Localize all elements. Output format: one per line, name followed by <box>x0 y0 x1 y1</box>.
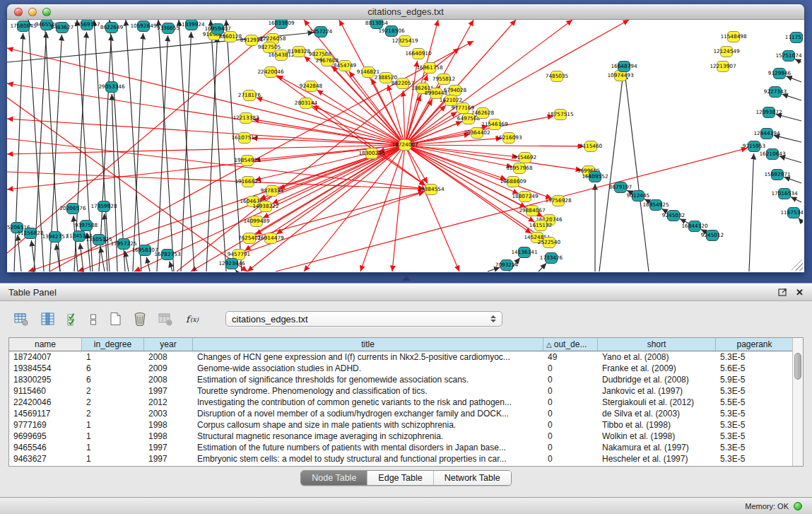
column-header-year[interactable]: year <box>144 338 193 351</box>
table-cell-name[interactable]: 14569117 <box>9 408 82 419</box>
graph-node[interactable]: 18807249 <box>512 192 538 202</box>
graph-node[interactable]: 12325419 <box>392 36 418 47</box>
graph-node[interactable]: 29053346 <box>98 82 124 93</box>
graph-node[interactable]: 16033809 <box>268 20 294 29</box>
graph-node[interactable]: 9397588 <box>75 221 98 231</box>
table-row[interactable]: 1830029562008Estimation of significance … <box>9 374 792 385</box>
table-cell-short[interactable]: Jankovic et al. (1997) <box>598 385 716 397</box>
table-cell-in_degree[interactable]: 2 <box>82 397 144 408</box>
table-cell-in_degree[interactable]: 1 <box>82 442 144 453</box>
table-cell-short[interactable]: Wolkin et al. (1998) <box>598 431 716 442</box>
tab-network-table[interactable]: Network Table <box>433 471 511 485</box>
column-header-name[interactable]: name <box>9 338 82 351</box>
table-cell-short[interactable]: Hescheler et al. (1997) <box>598 453 716 465</box>
table-cell-pagerank[interactable]: 5.3E-5 <box>716 442 794 453</box>
table-cell-name[interactable]: 9699695 <box>9 431 82 442</box>
table-cell-out_de[interactable]: 0 <box>543 453 598 465</box>
graph-node[interactable]: 13942757 <box>42 232 68 243</box>
graph-node[interactable]: 7093214 <box>495 260 519 271</box>
table-cell-pagerank[interactable]: 5.5E-5 <box>716 397 794 408</box>
table-row[interactable]: 946362711997Embryonic stem cells: a mode… <box>9 453 792 465</box>
graph-node[interactable]: 20364402 <box>464 128 490 139</box>
graph-node[interactable]: 15692971 <box>764 170 790 180</box>
column-header-short[interactable]: short <box>598 338 716 351</box>
table-cell-year[interactable]: 1998 <box>144 431 193 442</box>
table-cell-short[interactable]: Yano et al. (2008) <box>598 351 716 363</box>
table-cell-title[interactable]: Genome-wide association studies in ADHD. <box>193 363 543 374</box>
table-cell-out_de[interactable]: 0 <box>543 397 598 408</box>
tab-edge-table[interactable]: Edge Table <box>367 471 433 485</box>
table-cell-in_degree[interactable]: 1 <box>82 351 144 363</box>
table-cell-out_de[interactable]: 0 <box>543 442 598 453</box>
network-canvas[interactable]: 1872400718300295193845542718176122133831… <box>7 20 804 272</box>
column-header-pagerank[interactable]: pagerank <box>716 338 794 351</box>
graph-node[interactable]: 19756928 <box>545 196 571 206</box>
graph-node[interactable]: 17580645 <box>10 21 36 32</box>
table-cell-pagerank[interactable]: 5.3E-5 <box>716 419 794 431</box>
table-cell-title[interactable]: Tourette syndrome. Phenomenology and cla… <box>193 385 543 397</box>
table-cell-year[interactable]: 2012 <box>144 397 193 408</box>
select-all-check-icon[interactable] <box>66 311 79 327</box>
graph-node[interactable]: 17359928 <box>90 201 117 212</box>
graph-node[interactable]: 19218506 <box>378 26 404 37</box>
graph-node[interactable]: 11156828 <box>17 228 43 239</box>
graph-node[interactable]: 14099489 <box>243 216 269 227</box>
panel-splitter[interactable] <box>0 273 812 283</box>
graph-node[interactable]: 9227343 <box>764 87 787 98</box>
graph-node[interactable]: 10592649 <box>130 21 156 32</box>
close-panel-icon[interactable]: ✕ <box>796 287 804 298</box>
table-cell-short[interactable]: Tibbo et al. (1998) <box>598 419 716 431</box>
graph-node[interactable]: 11675345 <box>780 208 803 218</box>
table-cell-in_degree[interactable]: 1 <box>82 453 144 465</box>
new-file-icon[interactable] <box>107 310 123 327</box>
table-cell-short[interactable]: Dudbridge et al. (2008) <box>598 374 716 385</box>
function-builder-icon[interactable]: f(x) <box>184 311 205 327</box>
table-row[interactable]: 969969511998Structural magnetic resonanc… <box>9 431 792 442</box>
table-cell-year[interactable]: 2008 <box>144 351 193 363</box>
table-row[interactable]: 1456911722003Disruption of a novel membe… <box>9 408 792 419</box>
table-cell-name[interactable]: 18300295 <box>9 374 82 385</box>
graph-node[interactable]: 9336655 <box>157 23 180 34</box>
table-cell-name[interactable]: 9465546 <box>9 442 82 453</box>
graph-node[interactable]: 7857224 <box>310 27 333 37</box>
table-cell-out_de[interactable]: 0 <box>543 363 598 374</box>
graph-node[interactable]: 9115460 <box>579 141 603 152</box>
table-cell-year[interactable]: 2003 <box>144 408 193 419</box>
graph-node[interactable]: 11339924 <box>178 20 204 30</box>
graph-node[interactable]: 9154692 <box>514 153 537 163</box>
graph-node[interactable]: 12213907 <box>710 62 736 72</box>
table-cell-pagerank[interactable]: 5.3E-5 <box>716 431 794 442</box>
table-cell-out_de[interactable]: 0 <box>543 431 598 442</box>
table-cell-year[interactable]: 1998 <box>144 419 193 431</box>
table-cell-title[interactable]: Investigating the contribution of common… <box>193 397 543 408</box>
graph-node[interactable]: 16782753 <box>154 250 180 260</box>
tab-node-table[interactable]: Node Table <box>301 471 367 485</box>
graph-node[interactable]: 9245012 <box>701 230 724 241</box>
table-cell-out_de[interactable]: 49 <box>543 351 598 363</box>
table-cell-pagerank[interactable]: 5.3E-5 <box>716 453 794 465</box>
table-row[interactable]: 1872400712008Changes of HCN gene express… <box>9 351 792 363</box>
table-cell-title[interactable]: Corpus callosum shape and size in male p… <box>193 419 543 431</box>
graph-node[interactable]: 7485035 <box>546 71 569 82</box>
table-cell-in_degree[interactable]: 1 <box>82 419 144 431</box>
table-cell-title[interactable]: Estimation of significance thresholds fo… <box>193 374 543 385</box>
graph-node[interactable]: 16648794 <box>611 62 637 72</box>
graph-node[interactable]: 1117535 <box>785 33 803 43</box>
graph-node[interactable]: 20206576 <box>59 204 86 214</box>
graph-node[interactable]: 11546169 <box>481 119 507 130</box>
table-cell-out_de[interactable]: 0 <box>543 419 598 431</box>
graph-node[interactable]: 18957968 <box>506 163 532 174</box>
table-cell-year[interactable]: 2009 <box>144 363 193 374</box>
table-cell-pagerank[interactable]: 5.9E-5 <box>716 374 794 385</box>
table-cell-out_de[interactable]: 0 <box>543 385 598 397</box>
table-cell-name[interactable]: 9777169 <box>9 419 82 431</box>
graph-node[interactable]: 15751074 <box>775 51 801 62</box>
delete-selected-trash-icon[interactable] <box>132 310 148 327</box>
table-cell-short[interactable]: de Silva et al. (2003) <box>598 408 716 419</box>
graph-node[interactable]: 16210643 <box>759 149 785 160</box>
graph-node[interactable]: 17016534 <box>771 189 797 199</box>
table-cell-out_de[interactable]: 0 <box>543 374 598 385</box>
table-row[interactable]: 977716911998Corpus callosum shape and si… <box>9 419 792 431</box>
graph-node[interactable]: 16409552 <box>582 172 608 182</box>
graph-node[interactable]: 9463627 <box>51 23 74 33</box>
